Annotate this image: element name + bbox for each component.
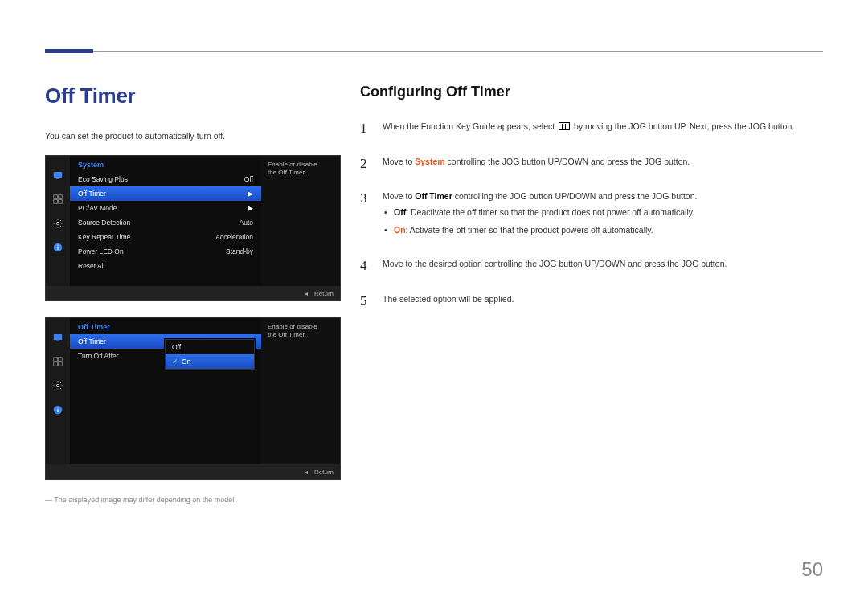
step-number: 2 <box>360 153 371 174</box>
svg-rect-8 <box>57 247 58 250</box>
step-number: 3 <box>360 188 371 241</box>
footnote: ― The displayed image may differ dependi… <box>45 496 341 504</box>
step-4: 4 Move to the desired option controlling… <box>360 255 823 276</box>
return-arrow-icon: ◂ <box>305 290 308 297</box>
settings-square-icon <box>51 355 64 368</box>
osd-row: Power LED OnStand-by <box>70 244 261 259</box>
step-2: 2 Move to System controlling the JOG but… <box>360 153 823 174</box>
svg-rect-2 <box>54 195 58 199</box>
svg-rect-4 <box>54 200 58 204</box>
menu-icon <box>559 122 570 130</box>
step-1: 1 When the Function Key Guide appears, s… <box>360 118 823 139</box>
osd-row: PC/AV Mode▶ <box>70 201 261 215</box>
header-divider <box>45 51 823 52</box>
bullet-off: Off: Deactivate the off timer so that th… <box>383 206 823 219</box>
display-icon <box>51 331 64 344</box>
step-number: 1 <box>360 118 371 139</box>
svg-point-16 <box>56 384 59 387</box>
svg-rect-1 <box>56 178 59 179</box>
osd-sidebar <box>46 156 70 286</box>
svg-rect-14 <box>54 362 58 366</box>
gear-icon <box>51 379 64 392</box>
intro-text: You can set the product to automatically… <box>45 131 341 141</box>
section-title: Configuring Off Timer <box>360 84 823 100</box>
offtimer-keyword: Off Timer <box>415 191 452 201</box>
settings-square-icon <box>51 193 64 206</box>
osd-row: Key Repeat TimeAcceleration <box>70 230 261 244</box>
svg-rect-11 <box>56 341 59 341</box>
osd-footer: ◂ Return <box>46 464 340 479</box>
svg-rect-10 <box>54 334 63 340</box>
step-number: 4 <box>360 255 371 276</box>
osd-title: System <box>70 161 261 172</box>
svg-rect-3 <box>59 195 63 199</box>
osd-popup-row-highlighted: ✓On <box>166 354 254 369</box>
info-icon <box>51 403 64 416</box>
osd-row: Eco Saving PlusOff <box>70 172 261 186</box>
display-icon <box>51 169 64 182</box>
return-label: Return <box>314 468 334 476</box>
page-number: 50 <box>801 558 823 581</box>
svg-rect-19 <box>57 407 58 408</box>
svg-rect-5 <box>59 200 63 204</box>
system-keyword: System <box>415 157 444 166</box>
osd-sidebar <box>46 318 70 464</box>
info-icon <box>51 241 64 254</box>
osd-system-menu: System Eco Saving PlusOff Off Timer▶ PC/… <box>45 155 341 301</box>
svg-rect-12 <box>54 358 58 362</box>
header-accent <box>45 49 93 53</box>
bullet-on: On: Activate the off timer so that the p… <box>383 224 823 237</box>
svg-rect-15 <box>59 362 63 366</box>
svg-rect-0 <box>54 172 63 178</box>
step-3: 3 Move to Off Timer controlling the JOG … <box>360 188 823 241</box>
check-icon: ✓ <box>172 358 178 366</box>
osd-row-highlighted: Off Timer▶ <box>70 186 261 201</box>
osd-popup-row: Off <box>166 340 254 354</box>
return-arrow-icon: ◂ <box>305 468 308 476</box>
osd-row: Reset All <box>70 259 261 273</box>
page-title: Off Timer <box>45 84 341 108</box>
gear-icon <box>51 217 64 230</box>
osd-title: Off Timer <box>70 323 261 334</box>
osd-help-pane: Enable or disable the Off Timer. <box>261 156 340 286</box>
osd-help-pane: Enable or disable the Off Timer. <box>261 318 340 464</box>
osd-footer: ◂ Return <box>46 286 340 300</box>
svg-rect-18 <box>57 409 58 412</box>
svg-rect-9 <box>57 245 58 246</box>
svg-point-6 <box>56 222 59 225</box>
osd-offtimer-menu: Off Timer Off TimerOff Turn Off After Of… <box>45 317 341 480</box>
svg-rect-13 <box>59 358 63 362</box>
return-label: Return <box>314 290 334 297</box>
osd-row: Source DetectionAuto <box>70 215 261 230</box>
step-number: 5 <box>360 291 371 312</box>
osd-popup: Off ✓On <box>165 339 255 370</box>
step-5: 5 The selected option will be applied. <box>360 291 823 312</box>
